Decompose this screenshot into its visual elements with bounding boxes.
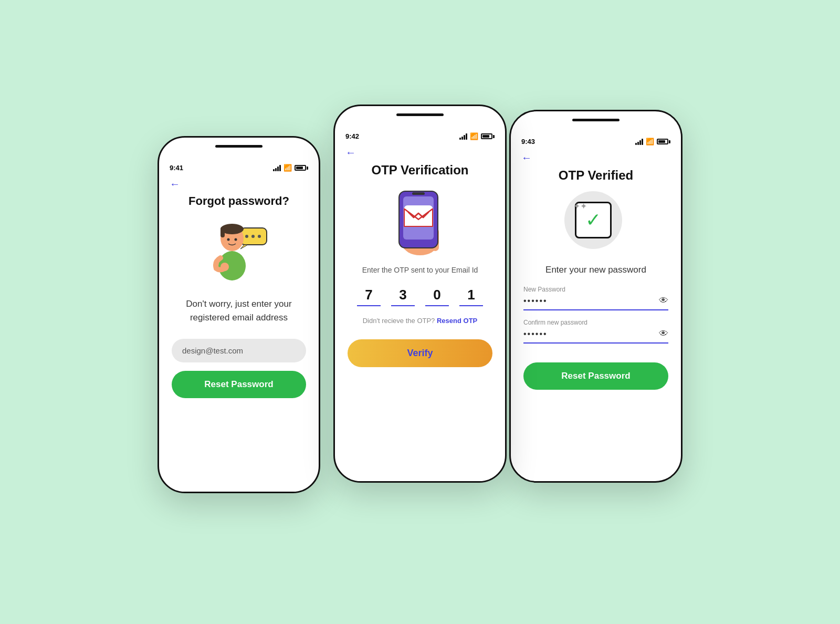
otp-description: Enter the OTP sent to your Email Id bbox=[362, 266, 478, 274]
new-password-description: Enter your new password bbox=[545, 265, 646, 275]
back-button-center[interactable]: ← bbox=[335, 142, 366, 163]
svg-point-2 bbox=[245, 235, 248, 238]
svg-point-9 bbox=[235, 238, 237, 241]
phone-mail-illustration bbox=[388, 187, 452, 255]
new-password-label: New Password bbox=[523, 286, 668, 293]
svg-rect-7 bbox=[220, 227, 225, 237]
wifi-icon-right: 📶 bbox=[646, 138, 654, 145]
forgot-password-title: Forgot password? bbox=[188, 194, 289, 208]
signal-icon-right bbox=[635, 139, 643, 145]
confirm-password-field-wrap: Confirm new password 👁 bbox=[523, 319, 668, 344]
svg-point-11 bbox=[220, 263, 229, 271]
status-icons-center: 📶 bbox=[459, 133, 495, 140]
status-time-left: 9:41 bbox=[170, 164, 183, 172]
sparkles-icon: ✦✦ bbox=[573, 201, 587, 211]
status-time-center: 9:42 bbox=[345, 132, 359, 140]
resend-row: Didn't recieve the OTP? Resend OTP bbox=[363, 317, 478, 325]
status-icons-right: 📶 bbox=[635, 138, 670, 145]
reset-password-button-left[interactable]: Reset Password bbox=[172, 371, 306, 398]
person-illustration bbox=[205, 219, 273, 287]
wifi-icon-center: 📶 bbox=[470, 133, 478, 140]
back-button-left[interactable]: ← bbox=[159, 174, 191, 194]
otp-digit-1[interactable] bbox=[357, 287, 381, 306]
phone-otp-verified: 9:43 📶 ← OTP Verified bbox=[509, 110, 682, 483]
checkmark-icon: ✓ bbox=[585, 211, 601, 230]
resend-link[interactable]: Resend OTP bbox=[437, 317, 477, 325]
battery-icon-right bbox=[657, 139, 670, 144]
status-bar-right: 9:43 📶 bbox=[511, 134, 681, 148]
confirm-password-row: 👁 bbox=[523, 328, 668, 344]
otp-digit-4[interactable] bbox=[459, 287, 483, 306]
resend-text: Didn't recieve the OTP? bbox=[363, 317, 435, 325]
back-button-right[interactable]: ← bbox=[511, 148, 542, 168]
phone-otp-verification: 9:42 📶 ← OTP Verification bbox=[333, 105, 507, 483]
phone-notch-left bbox=[215, 145, 262, 148]
verified-icon: ✦✦ ✓ bbox=[564, 191, 627, 254]
reset-password-button-right[interactable]: Reset Password bbox=[523, 362, 668, 390]
otp-digit-2[interactable] bbox=[391, 287, 415, 306]
screen-content-left: Forgot password? bbox=[159, 194, 319, 492]
confirm-password-input[interactable] bbox=[523, 329, 659, 339]
battery-icon-left bbox=[295, 165, 308, 171]
otp-verified-title: OTP Verified bbox=[559, 168, 633, 183]
status-icons-left: 📶 bbox=[273, 164, 308, 171]
new-password-field-wrap: New Password 👁 bbox=[523, 286, 668, 310]
verify-button[interactable]: Verify bbox=[348, 339, 492, 367]
signal-icon-left bbox=[273, 165, 281, 171]
email-input[interactable] bbox=[172, 339, 306, 362]
phone-forgot-password: 9:41 📶 ← Forgot password? bbox=[158, 136, 320, 493]
battery-icon-center bbox=[481, 133, 495, 139]
status-time-right: 9:43 bbox=[521, 138, 535, 145]
otp-digit-3[interactable] bbox=[425, 287, 449, 306]
wifi-icon-left: 📶 bbox=[284, 164, 292, 171]
phone-notch-right bbox=[572, 119, 620, 121]
new-password-input[interactable] bbox=[523, 296, 659, 306]
screen-content-center: OTP Verification bbox=[335, 163, 505, 481]
verified-check-box: ✦✦ ✓ bbox=[575, 202, 612, 238]
new-password-eye-icon[interactable]: 👁 bbox=[659, 295, 668, 306]
forgot-description: Don't worry, just enter your registered … bbox=[172, 297, 306, 324]
signal-icon-center bbox=[459, 133, 467, 140]
otp-verification-title: OTP Verification bbox=[372, 163, 469, 178]
svg-point-4 bbox=[258, 235, 261, 238]
screen-content-right: OTP Verified ✦✦ ✓ Enter your new passwor… bbox=[511, 168, 681, 481]
new-password-row: 👁 bbox=[523, 295, 668, 310]
confirm-password-label: Confirm new password bbox=[523, 319, 668, 326]
svg-point-3 bbox=[251, 235, 255, 238]
verified-bg-circle: ✦✦ ✓ bbox=[564, 191, 622, 249]
phones-container: 9:41 📶 ← Forgot password? bbox=[131, 63, 709, 561]
otp-input-group bbox=[348, 287, 492, 306]
confirm-password-eye-icon[interactable]: 👁 bbox=[659, 328, 668, 339]
svg-rect-19 bbox=[412, 192, 425, 195]
svg-point-8 bbox=[227, 238, 230, 241]
status-bar-left: 9:41 📶 bbox=[159, 161, 319, 174]
phone-notch-center bbox=[396, 113, 444, 116]
status-bar-center: 9:42 📶 bbox=[335, 129, 505, 142]
